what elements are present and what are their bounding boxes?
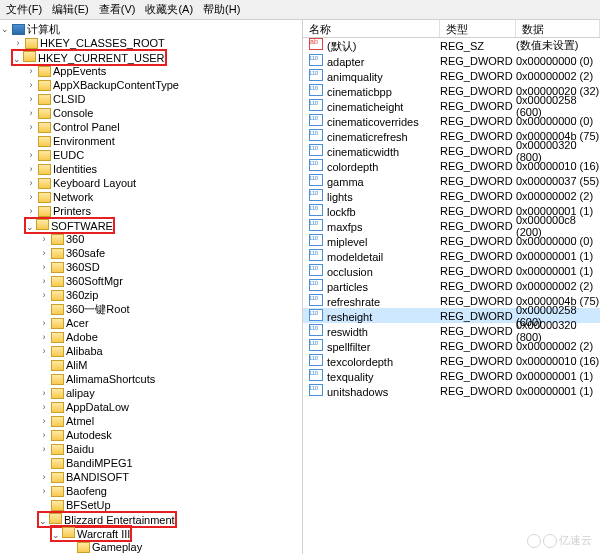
- tree-item-ident[interactable]: ›Identities: [0, 162, 302, 176]
- chevron-right-icon[interactable]: ›: [39, 248, 49, 258]
- chevron-right-icon[interactable]: ›: [39, 318, 49, 328]
- tree-item-blizzard[interactable]: ⌄Blizzard Entertainment: [0, 512, 302, 526]
- tree-item-gameplay[interactable]: Gameplay: [0, 540, 302, 554]
- chevron-right-icon[interactable]: ›: [26, 164, 36, 174]
- tree-item-env[interactable]: Environment: [0, 134, 302, 148]
- menu-favorites[interactable]: 收藏夹(A): [145, 2, 193, 17]
- chevron-right-icon[interactable]: ›: [39, 472, 49, 482]
- value-row[interactable]: particlesREG_DWORD0x00000002 (2): [303, 278, 600, 293]
- tree-item-clsid[interactable]: ›CLSID: [0, 92, 302, 106]
- chevron-right-icon[interactable]: ›: [39, 486, 49, 496]
- header-data[interactable]: 数据: [516, 20, 600, 37]
- chevron-down-icon[interactable]: ⌄: [13, 54, 21, 64]
- value-row[interactable]: spellfilterREG_DWORD0x00000002 (2): [303, 338, 600, 353]
- chevron-right-icon[interactable]: ›: [39, 332, 49, 342]
- tree-item-alipay[interactable]: ›alipay: [0, 386, 302, 400]
- tree-item-appevents[interactable]: ›AppEvents: [0, 64, 302, 78]
- value-row[interactable]: occlusionREG_DWORD0x00000001 (1): [303, 263, 600, 278]
- tree-item-software[interactable]: ⌄SOFTWARE: [0, 218, 302, 232]
- tree-item-acer[interactable]: ›Acer: [0, 316, 302, 330]
- value-row[interactable]: adapterREG_DWORD0x00000000 (0): [303, 53, 600, 68]
- tree-item-bandisoft[interactable]: ›BANDISOFT: [0, 470, 302, 484]
- tree-item-alim[interactable]: AliM: [0, 358, 302, 372]
- tree-item-360sd[interactable]: ›360SD: [0, 260, 302, 274]
- tree-item-alibaba[interactable]: ›Alibaba: [0, 344, 302, 358]
- tree-item-bandimpeg[interactable]: BandiMPEG1: [0, 456, 302, 470]
- menu-help[interactable]: 帮助(H): [203, 2, 240, 17]
- chevron-right-icon[interactable]: ›: [26, 108, 36, 118]
- cloud-icon: [543, 534, 557, 548]
- tree-item-adobe[interactable]: ›Adobe: [0, 330, 302, 344]
- value-row[interactable]: lightsREG_DWORD0x00000002 (2): [303, 188, 600, 203]
- tree-item-warcraft[interactable]: ⌄Warcraft III: [0, 526, 302, 540]
- chevron-right-icon[interactable]: ›: [39, 388, 49, 398]
- chevron-right-icon[interactable]: ›: [39, 276, 49, 286]
- tree-item-baofeng[interactable]: ›Baofeng: [0, 484, 302, 498]
- tree-item-console[interactable]: ›Console: [0, 106, 302, 120]
- value-type: REG_SZ: [440, 40, 516, 52]
- value-row[interactable]: animqualityREG_DWORD0x00000002 (2): [303, 68, 600, 83]
- value-row[interactable]: unitshadowsREG_DWORD0x00000001 (1): [303, 383, 600, 398]
- tree-label: SOFTWARE: [51, 220, 113, 232]
- chevron-down-icon[interactable]: ⌄: [0, 24, 10, 34]
- chevron-right-icon[interactable]: ›: [39, 402, 49, 412]
- chevron-right-icon[interactable]: ›: [39, 234, 49, 244]
- tree-item-keyb[interactable]: ›Keyboard Layout: [0, 176, 302, 190]
- tree-item-360zip[interactable]: ›360zip: [0, 288, 302, 302]
- value-row[interactable]: cinematicheightREG_DWORD0x00000258 (600): [303, 98, 600, 113]
- value-list[interactable]: 名称 类型 数据 (默认)REG_SZ(数值未设置)adapterREG_DWO…: [303, 20, 600, 554]
- value-row[interactable]: (默认)REG_SZ(数值未设置): [303, 38, 600, 53]
- menu-view[interactable]: 查看(V): [99, 2, 136, 17]
- chevron-right-icon[interactable]: ›: [26, 150, 36, 160]
- chevron-right-icon[interactable]: ›: [26, 178, 36, 188]
- tree-item-eudc[interactable]: ›EUDC: [0, 148, 302, 162]
- tree-item-baidu[interactable]: ›Baidu: [0, 442, 302, 456]
- chevron-right-icon[interactable]: ›: [26, 80, 36, 90]
- menu-file[interactable]: 文件(F): [6, 2, 42, 17]
- tree-item-autodesk[interactable]: ›Autodesk: [0, 428, 302, 442]
- chevron-right-icon[interactable]: ›: [39, 416, 49, 426]
- tree-item-atmel[interactable]: ›Atmel: [0, 414, 302, 428]
- value-row[interactable]: maxfpsREG_DWORD0x000000c8 (200): [303, 218, 600, 233]
- chevron-right-icon[interactable]: ›: [39, 290, 49, 300]
- value-row[interactable]: cinematicoverridesREG_DWORD0x00000000 (0…: [303, 113, 600, 128]
- chevron-right-icon[interactable]: ›: [13, 38, 23, 48]
- header-type[interactable]: 类型: [440, 20, 516, 37]
- tree-item-360[interactable]: ›360: [0, 232, 302, 246]
- tree-item-360softmgr[interactable]: ›360SoftMgr: [0, 274, 302, 288]
- registry-tree[interactable]: ⌄计算机›HKEY_CLASSES_ROOT⌄HKEY_CURRENT_USER…: [0, 20, 303, 554]
- value-type: REG_DWORD: [440, 370, 516, 382]
- chevron-down-icon[interactable]: ⌄: [52, 530, 60, 540]
- chevron-down-icon[interactable]: ⌄: [26, 222, 34, 232]
- tree-item-360root[interactable]: 360一键Root: [0, 302, 302, 316]
- value-row[interactable]: modeldetailREG_DWORD0x00000001 (1): [303, 248, 600, 263]
- chevron-right-icon[interactable]: ›: [26, 94, 36, 104]
- chevron-right-icon[interactable]: ›: [39, 444, 49, 454]
- value-row[interactable]: reswidthREG_DWORD0x00000320 (800): [303, 323, 600, 338]
- menu-edit[interactable]: 编辑(E): [52, 2, 89, 17]
- tree-item-cpanel[interactable]: ›Control Panel: [0, 120, 302, 134]
- chevron-down-icon[interactable]: ⌄: [39, 516, 47, 526]
- chevron-right-icon[interactable]: ›: [26, 122, 36, 132]
- value-row[interactable]: texcolordepthREG_DWORD0x00000010 (16): [303, 353, 600, 368]
- tree-item-alimama[interactable]: AlimamaShortcuts: [0, 372, 302, 386]
- header-name[interactable]: 名称: [303, 20, 440, 37]
- chevron-right-icon[interactable]: ›: [39, 262, 49, 272]
- value-row[interactable]: miplevelREG_DWORD0x00000000 (0): [303, 233, 600, 248]
- tree-item-hkcu[interactable]: ⌄HKEY_CURRENT_USER: [0, 50, 302, 64]
- value-row[interactable]: texqualityREG_DWORD0x00000001 (1): [303, 368, 600, 383]
- value-row[interactable]: cinematicwidthREG_DWORD0x00000320 (800): [303, 143, 600, 158]
- value-row[interactable]: colordepthREG_DWORD0x00000010 (16): [303, 158, 600, 173]
- tree-item-computer[interactable]: ⌄计算机: [0, 22, 302, 36]
- chevron-right-icon[interactable]: ›: [26, 66, 36, 76]
- chevron-right-icon[interactable]: ›: [39, 346, 49, 356]
- tree-item-appdatalow[interactable]: ›AppDataLow: [0, 400, 302, 414]
- tree-item-360safe[interactable]: ›360safe: [0, 246, 302, 260]
- tree-item-net[interactable]: ›Network: [0, 190, 302, 204]
- chevron-right-icon[interactable]: ›: [26, 192, 36, 202]
- value-row[interactable]: gammaREG_DWORD0x00000037 (55): [303, 173, 600, 188]
- value-type: REG_DWORD: [440, 295, 516, 307]
- chevron-right-icon[interactable]: ›: [39, 430, 49, 440]
- tree-item-appx[interactable]: ›AppXBackupContentType: [0, 78, 302, 92]
- chevron-right-icon[interactable]: ›: [26, 206, 36, 216]
